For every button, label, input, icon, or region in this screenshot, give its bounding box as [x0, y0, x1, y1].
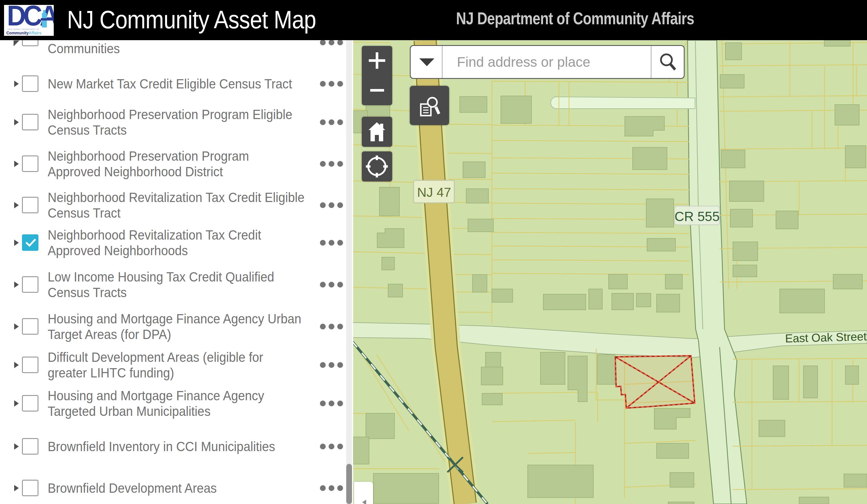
svg-text:East Oak Street: East Oak Street: [785, 330, 867, 345]
svg-text:CR 555: CR 555: [675, 209, 720, 224]
svg-text:NJ 47: NJ 47: [417, 185, 451, 200]
